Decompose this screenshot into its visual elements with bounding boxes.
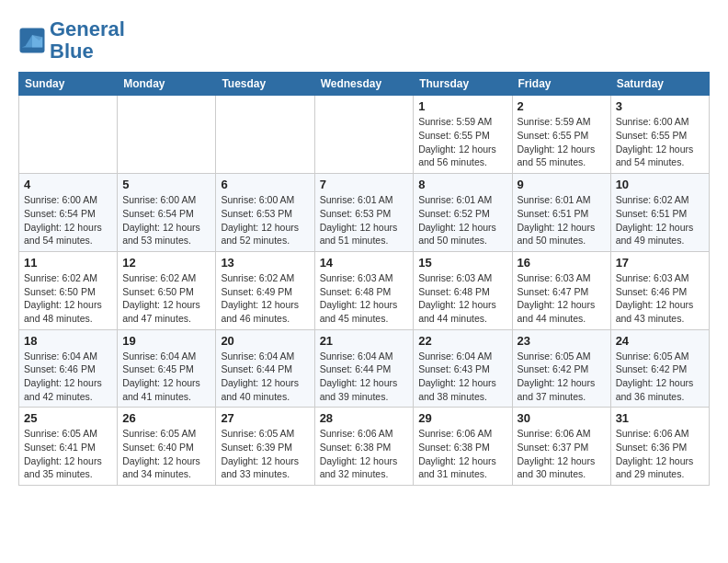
day-number: 21 [320,334,409,348]
day-number: 5 [122,178,210,191]
day-number: 25 [24,411,112,425]
day-info: Sunrise: 6:00 AM Sunset: 6:54 PM Dayligh… [24,193,112,247]
day-number: 30 [518,411,606,425]
day-info: Sunrise: 5:59 AM Sunset: 6:55 PM Dayligh… [418,115,506,169]
day-number: 19 [122,334,210,348]
day-info: Sunrise: 6:01 AM Sunset: 6:52 PM Dayligh… [418,193,506,247]
week-row-5: 25Sunrise: 6:05 AM Sunset: 6:41 PM Dayli… [19,408,710,486]
day-info: Sunrise: 6:04 AM Sunset: 6:43 PM Dayligh… [418,350,506,404]
calendar-cell: 15Sunrise: 6:03 AM Sunset: 6:48 PM Dayli… [414,251,512,329]
calendar: SundayMondayTuesdayWednesdayThursdayFrid… [18,72,710,486]
day-info: Sunrise: 6:01 AM Sunset: 6:51 PM Dayligh… [518,193,606,247]
calendar-cell: 14Sunrise: 6:03 AM Sunset: 6:48 PM Dayli… [314,251,414,329]
day-info: Sunrise: 6:04 AM Sunset: 6:44 PM Dayligh… [320,350,409,404]
calendar-cell: 29Sunrise: 6:06 AM Sunset: 6:38 PM Dayli… [414,408,512,486]
day-info: Sunrise: 6:06 AM Sunset: 6:37 PM Dayligh… [518,427,606,481]
day-number: 9 [518,178,606,191]
calendar-cell: 3Sunrise: 6:00 AM Sunset: 6:55 PM Daylig… [610,96,709,174]
calendar-cell: 24Sunrise: 6:05 AM Sunset: 6:42 PM Dayli… [610,329,709,408]
calendar-cell: 31Sunrise: 6:06 AM Sunset: 6:36 PM Dayli… [610,408,709,486]
calendar-cell: 12Sunrise: 6:02 AM Sunset: 6:50 PM Dayli… [118,251,216,329]
day-info: Sunrise: 6:05 AM Sunset: 6:42 PM Dayligh… [518,350,606,404]
day-info: Sunrise: 6:06 AM Sunset: 6:38 PM Dayligh… [320,427,409,481]
calendar-cell: 19Sunrise: 6:04 AM Sunset: 6:45 PM Dayli… [118,329,216,408]
calendar-cell: 6Sunrise: 6:00 AM Sunset: 6:53 PM Daylig… [216,174,314,252]
day-number: 2 [518,99,606,113]
header-thursday: Thursday [414,73,512,96]
day-number: 28 [320,411,409,425]
header-friday: Friday [512,73,610,96]
calendar-cell: 21Sunrise: 6:04 AM Sunset: 6:44 PM Dayli… [314,329,414,408]
calendar-cell: 17Sunrise: 6:03 AM Sunset: 6:46 PM Dayli… [610,251,709,329]
calendar-cell: 25Sunrise: 6:05 AM Sunset: 6:41 PM Dayli… [19,408,118,486]
day-info: Sunrise: 6:02 AM Sunset: 6:50 PM Dayligh… [122,271,210,326]
calendar-cell [216,96,314,174]
day-number: 27 [221,411,309,425]
day-number: 22 [418,334,506,348]
day-number: 11 [24,256,112,270]
header-saturday: Saturday [610,73,709,96]
day-number: 7 [320,178,409,191]
day-number: 15 [418,256,506,270]
day-info: Sunrise: 6:03 AM Sunset: 6:47 PM Dayligh… [518,271,606,326]
header-wednesday: Wednesday [314,73,414,96]
header-sunday: Sunday [19,73,118,96]
day-info: Sunrise: 6:03 AM Sunset: 6:48 PM Dayligh… [320,271,409,326]
day-number: 20 [221,334,309,348]
week-row-1: 1Sunrise: 5:59 AM Sunset: 6:55 PM Daylig… [19,96,710,174]
week-row-3: 11Sunrise: 6:02 AM Sunset: 6:50 PM Dayli… [19,251,710,329]
day-number: 12 [122,256,210,270]
calendar-cell: 4Sunrise: 6:00 AM Sunset: 6:54 PM Daylig… [19,174,118,252]
calendar-cell: 1Sunrise: 5:59 AM Sunset: 6:55 PM Daylig… [414,96,512,174]
day-number: 8 [418,178,506,191]
calendar-cell: 2Sunrise: 5:59 AM Sunset: 6:55 PM Daylig… [512,96,610,174]
calendar-cell: 9Sunrise: 6:01 AM Sunset: 6:51 PM Daylig… [512,174,610,252]
calendar-cell: 30Sunrise: 6:06 AM Sunset: 6:37 PM Dayli… [512,408,610,486]
day-info: Sunrise: 6:00 AM Sunset: 6:54 PM Dayligh… [122,193,210,247]
calendar-cell: 28Sunrise: 6:06 AM Sunset: 6:38 PM Dayli… [314,408,414,486]
week-row-4: 18Sunrise: 6:04 AM Sunset: 6:46 PM Dayli… [19,329,710,408]
week-row-2: 4Sunrise: 6:00 AM Sunset: 6:54 PM Daylig… [19,174,710,252]
day-info: Sunrise: 6:05 AM Sunset: 6:40 PM Dayligh… [122,427,210,481]
day-info: Sunrise: 6:00 AM Sunset: 6:53 PM Dayligh… [221,193,309,247]
calendar-cell [19,96,118,174]
day-info: Sunrise: 6:03 AM Sunset: 6:46 PM Dayligh… [616,271,704,326]
day-number: 1 [418,99,506,113]
day-number: 14 [320,256,409,270]
day-info: Sunrise: 6:04 AM Sunset: 6:44 PM Dayligh… [221,350,309,404]
day-info: Sunrise: 5:59 AM Sunset: 6:55 PM Dayligh… [518,115,606,169]
day-number: 13 [221,256,309,270]
day-info: Sunrise: 6:06 AM Sunset: 6:36 PM Dayligh… [616,427,704,481]
day-number: 23 [518,334,606,348]
day-number: 17 [616,256,704,270]
calendar-cell: 20Sunrise: 6:04 AM Sunset: 6:44 PM Dayli… [216,329,314,408]
calendar-cell [118,96,216,174]
day-info: Sunrise: 6:04 AM Sunset: 6:46 PM Dayligh… [24,350,112,404]
day-number: 31 [616,411,704,425]
day-info: Sunrise: 6:05 AM Sunset: 6:42 PM Dayligh… [616,350,704,404]
calendar-cell: 23Sunrise: 6:05 AM Sunset: 6:42 PM Dayli… [512,329,610,408]
logo-text: General Blue [50,18,125,63]
day-number: 18 [24,334,112,348]
calendar-cell: 26Sunrise: 6:05 AM Sunset: 6:40 PM Dayli… [118,408,216,486]
day-number: 29 [418,411,506,425]
day-info: Sunrise: 6:05 AM Sunset: 6:41 PM Dayligh… [24,427,112,481]
day-number: 4 [24,178,112,191]
calendar-cell: 7Sunrise: 6:01 AM Sunset: 6:53 PM Daylig… [314,174,414,252]
header-monday: Monday [118,73,216,96]
day-number: 6 [221,178,309,191]
header-tuesday: Tuesday [216,73,314,96]
calendar-cell: 13Sunrise: 6:02 AM Sunset: 6:49 PM Dayli… [216,251,314,329]
day-info: Sunrise: 6:02 AM Sunset: 6:51 PM Dayligh… [616,193,704,247]
calendar-cell: 8Sunrise: 6:01 AM Sunset: 6:52 PM Daylig… [414,174,512,252]
calendar-header-row: SundayMondayTuesdayWednesdayThursdayFrid… [19,73,710,96]
day-number: 3 [616,99,704,113]
day-info: Sunrise: 6:02 AM Sunset: 6:49 PM Dayligh… [221,271,309,326]
day-info: Sunrise: 6:02 AM Sunset: 6:50 PM Dayligh… [24,271,112,326]
svg-marker-2 [32,35,42,48]
day-info: Sunrise: 6:00 AM Sunset: 6:55 PM Dayligh… [616,115,704,169]
day-info: Sunrise: 6:04 AM Sunset: 6:45 PM Dayligh… [122,350,210,404]
day-number: 26 [122,411,210,425]
day-info: Sunrise: 6:03 AM Sunset: 6:48 PM Dayligh… [418,271,506,326]
logo: General Blue [18,18,125,63]
